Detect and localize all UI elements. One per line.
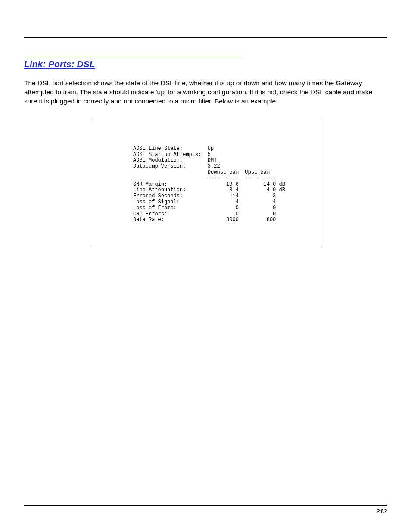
terminal-output-box: ADSL Line State: Up ADSL Startup Attempt… [90, 120, 321, 246]
body-paragraph: The DSL port selection shows the state o… [24, 79, 387, 106]
page-number: 213 [24, 507, 387, 515]
footer-divider [24, 505, 387, 506]
heading-overline [24, 58, 244, 58]
terminal-output: ADSL Line State: Up ADSL Startup Attempt… [133, 146, 312, 223]
document-page: Link: Ports: DSL The DSL port selection … [0, 0, 411, 532]
section-heading: Link: Ports: DSL [24, 59, 95, 69]
top-divider [24, 37, 387, 38]
page-footer: 213 [24, 505, 387, 515]
heading-block: Link: Ports: DSL [24, 58, 387, 69]
